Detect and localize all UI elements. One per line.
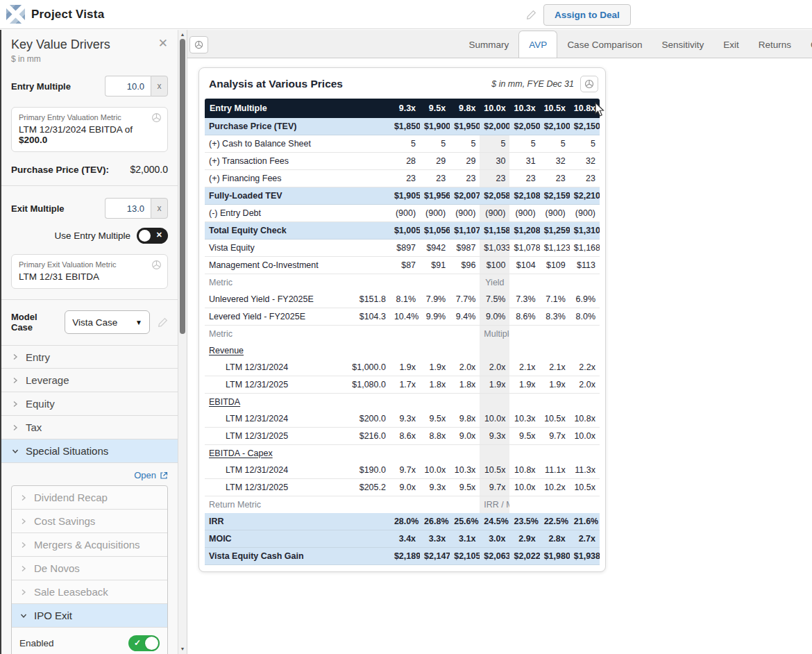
- avp-cell: $100: [480, 257, 509, 274]
- avp-cell: 7.5%: [480, 291, 509, 308]
- avp-cell: 10.8x: [570, 410, 600, 428]
- use-entry-multiple-label: Use Entry Multiple: [54, 230, 130, 241]
- sidebar-scrollbar[interactable]: ▲ ▼: [178, 30, 187, 654]
- avp-row: EBITDA - Capex: [205, 445, 600, 462]
- sidebar-section-equity[interactable]: Equity: [1, 392, 178, 416]
- avp-cell: 10.3x: [509, 410, 539, 428]
- tab-returns[interactable]: Returns: [749, 31, 801, 58]
- avp-row: Vista Equity$897$942$987$1,033$1,078$1,1…: [205, 240, 600, 257]
- avp-row-metric: $205.2: [337, 479, 390, 496]
- avp-row-label: LTM 12/31/2024: [205, 462, 337, 479]
- avp-row: Return MetricIRR / MOIC: [205, 496, 600, 514]
- avp-cell: (900): [450, 205, 480, 222]
- avp-group-label: EBITDA - Capex: [205, 445, 337, 462]
- avp-group-label: Revenue: [205, 342, 337, 359]
- gear-icon[interactable]: [151, 260, 162, 270]
- avp-cell: $2,189: [390, 548, 420, 565]
- sidebar-section-leverage[interactable]: Leverage: [1, 369, 178, 392]
- special-item-dividend-recap[interactable]: Dividend Recap: [12, 486, 167, 510]
- sidebar-section-entry[interactable]: Entry: [1, 345, 178, 369]
- avp-cell: 31: [509, 153, 539, 170]
- scroll-down-icon[interactable]: ▼: [178, 646, 187, 651]
- special-item-mergers-acquisitions[interactable]: Mergers & Acquisitions: [12, 533, 167, 557]
- panel-settings-button[interactable]: [189, 36, 208, 53]
- external-link-icon: [160, 471, 168, 480]
- avp-row-metric: $151.8: [337, 291, 390, 308]
- tab-sensitivity[interactable]: Sensitivity: [652, 31, 713, 58]
- edit-case-icon[interactable]: [158, 317, 168, 328]
- close-icon[interactable]: ✕: [158, 37, 168, 49]
- avp-cell: 23.5%: [509, 513, 539, 530]
- avp-cell: $2,147: [420, 548, 450, 565]
- tab-summary[interactable]: Summary: [459, 31, 519, 58]
- avp-cell: 23: [390, 170, 420, 187]
- exit-multiple-input[interactable]: [105, 198, 151, 219]
- driver-sections: EntryLeverageEquityTaxSpecial Situations: [1, 345, 178, 463]
- avp-row: MetricMultiple: [205, 326, 600, 343]
- avp-cell: 11.3x: [570, 462, 600, 479]
- avp-cell: 9.7x: [480, 479, 509, 496]
- avp-row: LTM 12/31/2025$1,080.01.7x1.8x1.8x1.9x1.…: [205, 376, 600, 394]
- special-item-label: Cost Savings: [34, 515, 95, 527]
- model-case-select[interactable]: Vista Case▼: [65, 310, 150, 334]
- sidebar-section-special-situations[interactable]: Special Situations: [1, 439, 178, 463]
- assign-to-deal-button[interactable]: Assign to Deal: [543, 4, 631, 26]
- chevron-down-icon: ▼: [135, 319, 142, 326]
- avp-cell: $1,950: [450, 118, 480, 135]
- tab-exit[interactable]: Exit: [713, 31, 749, 58]
- scroll-up-icon[interactable]: ▲: [178, 32, 187, 37]
- avp-row-metric: [337, 118, 390, 135]
- avp-cell: 2.1x: [540, 359, 570, 376]
- avp-cell: 8.8x: [420, 428, 450, 445]
- avp-cell: 9.5x: [450, 479, 480, 496]
- avp-cell: $2,000: [480, 118, 509, 135]
- avp-cell: 10.8x: [509, 462, 539, 479]
- gear-icon[interactable]: [151, 112, 162, 123]
- ipo-enabled-toggle[interactable]: ✓: [128, 635, 160, 651]
- avp-cell: 8.0%: [570, 308, 600, 326]
- avp-cell: 7.9%: [420, 291, 450, 308]
- avp-header-col: 9.3x: [390, 99, 420, 118]
- avp-cell: 29: [450, 153, 480, 170]
- avp-cell: 29: [420, 153, 450, 170]
- entry-multiple-input[interactable]: [105, 76, 151, 97]
- tab-case-comparison[interactable]: Case Comparison: [557, 31, 652, 58]
- avp-title: Analysis at Various Prices: [209, 78, 343, 90]
- avp-cell: 2.2x: [570, 359, 600, 376]
- tab-strip: SummaryAVPCase ComparisonSensitivityExit…: [187, 30, 812, 58]
- special-item-cost-savings[interactable]: Cost Savings: [12, 510, 167, 533]
- avp-row-label: Vista Equity: [205, 240, 337, 257]
- exit-metric-text: LTM 12/31 EBITDA: [19, 271, 160, 282]
- open-special-situations-link[interactable]: Open: [134, 470, 168, 480]
- special-item-ipo-exit[interactable]: IPO Exit: [12, 604, 167, 628]
- avp-cell: $2,108: [509, 187, 539, 205]
- avp-cell: 21.6%: [570, 513, 600, 530]
- avp-header-row: Entry Multiple9.3x9.5x9.8x10.0x10.3x10.5…: [205, 99, 600, 118]
- avp-section-center-label: Yield: [480, 274, 509, 292]
- avp-table: Entry Multiple9.3x9.5x9.8x10.0x10.3x10.5…: [205, 99, 600, 565]
- avp-settings-button[interactable]: [580, 76, 598, 92]
- sidebar-section-tax[interactable]: Tax: [1, 416, 178, 439]
- avp-cell: $1,938: [570, 548, 600, 565]
- avp-row-label: LTM 12/31/2025: [205, 376, 337, 394]
- scrollbar-thumb[interactable]: [180, 39, 185, 334]
- avp-row-label: Total Equity Check: [205, 222, 337, 240]
- avp-cell: 10.5x: [480, 462, 509, 479]
- chevron-down-icon: [19, 612, 28, 620]
- avp-cell: 10.0x: [480, 410, 509, 428]
- chevron-right-icon: [19, 541, 28, 549]
- use-entry-multiple-toggle[interactable]: ✕: [137, 228, 168, 244]
- avp-header-col: 9.5x: [420, 99, 450, 118]
- edit-title-icon[interactable]: [526, 10, 536, 20]
- tab-c[interactable]: C: [801, 31, 812, 58]
- avp-cell: 26.8%: [420, 513, 450, 530]
- special-situations-panel: Dividend RecapCost SavingsMergers & Acqu…: [11, 485, 168, 654]
- avp-row-label: LTM 12/31/2025: [205, 479, 337, 496]
- tab-avp[interactable]: AVP: [518, 31, 557, 58]
- avp-row-metric: $216.0: [337, 428, 390, 445]
- avp-cell: 7.7%: [450, 291, 480, 308]
- avp-cell: 9.0x: [390, 479, 420, 496]
- special-item-sale-leaseback[interactable]: Sale Leaseback: [12, 580, 167, 604]
- avp-row: Total Equity Check$1,005$1,056$1,107$1,1…: [205, 222, 600, 240]
- special-item-de-novos[interactable]: De Novos: [12, 557, 167, 580]
